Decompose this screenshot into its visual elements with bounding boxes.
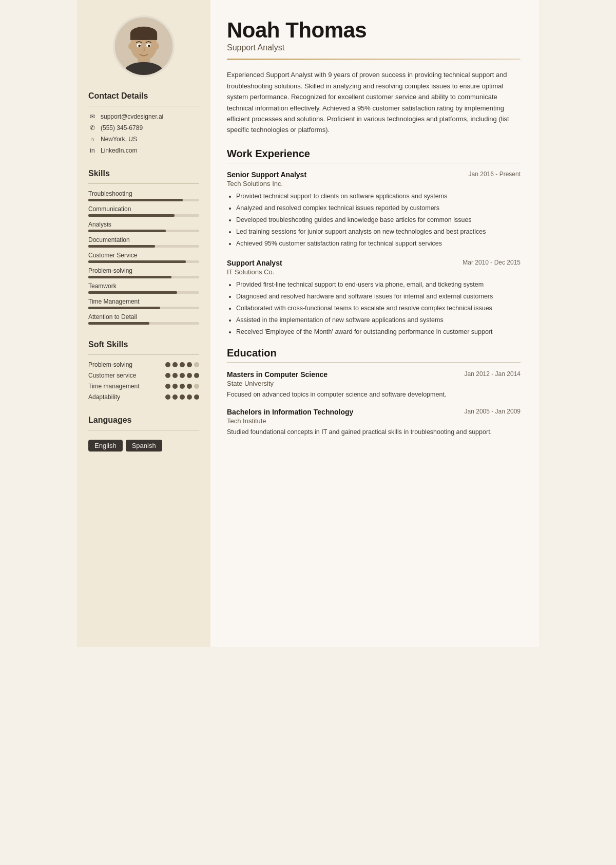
skill-name: Teamwork	[88, 283, 199, 290]
edu-school: Tech Institute	[227, 417, 521, 425]
svg-rect-5	[130, 33, 157, 40]
svg-point-10	[138, 45, 141, 47]
contact-title: Contact Details	[88, 91, 199, 101]
work-section-divider	[227, 163, 521, 164]
soft-skill-item: Adaptability	[88, 393, 199, 401]
resume-container: Contact Details ✉ support@cvdesigner.ai …	[77, 0, 539, 647]
soft-skill-name: Time management	[88, 383, 165, 390]
header-divider	[227, 59, 521, 60]
soft-skills-title: Soft Skills	[88, 340, 199, 349]
skill-bar-bg	[88, 260, 199, 263]
skill-bar-bg	[88, 199, 199, 201]
skill-bar-bg	[88, 245, 199, 248]
skill-item: Troubleshooting	[88, 190, 199, 201]
edu-section-heading: Education	[227, 347, 521, 359]
work-date: Mar 2010 - Dec 2015	[463, 259, 521, 266]
education-section: Education Masters in Computer Science Ja…	[227, 347, 521, 437]
soft-skills-divider	[88, 354, 199, 355]
svg-point-11	[148, 45, 150, 47]
soft-skill-item: Customer service	[88, 372, 199, 379]
contact-section: Contact Details ✉ support@cvdesigner.ai …	[88, 91, 199, 158]
languages-divider	[88, 430, 199, 430]
work-bullet: Provided first-line technical support to…	[236, 279, 521, 290]
edu-header: Bachelors in Information Technology Jan …	[227, 408, 521, 416]
candidate-title: Support Analyst	[227, 43, 521, 52]
skill-bar-fill	[88, 322, 149, 325]
work-company: Tech Solutions Inc.	[227, 180, 521, 187]
skill-bar-fill	[88, 214, 175, 217]
sidebar: Contact Details ✉ support@cvdesigner.ai …	[77, 0, 210, 647]
edu-section-divider	[227, 362, 521, 363]
skill-name: Troubleshooting	[88, 190, 199, 197]
work-bullet: Assisted in the implementation of new so…	[236, 315, 521, 325]
edu-degree: Bachelors in Information Technology	[227, 408, 353, 416]
work-date: Jan 2016 - Present	[469, 171, 521, 178]
skill-dot	[180, 384, 185, 389]
edu-list: Masters in Computer Science Jan 2012 - J…	[227, 370, 521, 437]
skill-dot	[180, 394, 185, 400]
skill-bar-fill	[88, 260, 186, 263]
skill-dot	[194, 384, 199, 389]
work-bullet: Collaborated with cross-functional teams…	[236, 303, 521, 313]
skill-dot	[172, 373, 178, 378]
skill-dot	[194, 373, 199, 378]
skill-dot	[194, 394, 199, 400]
email-icon: ✉	[88, 112, 97, 121]
skill-bar-fill	[88, 291, 177, 294]
skill-name: Customer Service	[88, 252, 199, 259]
soft-skill-dots	[165, 394, 199, 400]
language-tag: English	[88, 440, 123, 452]
work-experience-section: Work Experience Senior Support Analyst J…	[227, 148, 521, 337]
soft-skill-name: Adaptability	[88, 393, 165, 401]
languages-section: Languages EnglishSpanish	[88, 416, 199, 452]
skill-name: Attention to Detail	[88, 313, 199, 321]
work-bullets: Provided technical support to clients on…	[227, 191, 521, 249]
languages-title: Languages	[88, 416, 199, 425]
avatar-wrap	[88, 15, 199, 77]
skill-bar-bg	[88, 230, 199, 232]
languages-list: EnglishSpanish	[88, 437, 199, 452]
edu-entry: Bachelors in Information Technology Jan …	[227, 408, 521, 437]
skill-item: Problem-solving	[88, 267, 199, 278]
edu-degree: Masters in Computer Science	[227, 370, 328, 379]
work-bullet: Achieved 95% customer satisfaction ratin…	[236, 238, 521, 249]
skill-dot	[172, 384, 178, 389]
contact-email: ✉ support@cvdesigner.ai	[88, 112, 199, 121]
skill-item: Documentation	[88, 236, 199, 248]
skill-dot	[187, 384, 192, 389]
language-tag: Spanish	[126, 440, 162, 452]
skill-dot	[172, 394, 178, 400]
location-icon: ⌂	[88, 135, 97, 143]
work-bullet: Diagnosed and resolved hardware and soft…	[236, 291, 521, 302]
skill-item: Analysis	[88, 221, 199, 232]
soft-skill-item: Problem-solving	[88, 361, 199, 368]
skill-item: Communication	[88, 205, 199, 217]
work-bullet: Received 'Employee of the Month' award f…	[236, 327, 521, 337]
skill-dot	[194, 362, 199, 367]
work-job-title: Support Analyst	[227, 259, 282, 267]
contact-linkedin: in LinkedIn.com	[88, 146, 199, 155]
skill-dot	[187, 362, 192, 367]
skill-dot	[180, 373, 185, 378]
skill-bar-bg	[88, 214, 199, 217]
skill-dot	[187, 394, 192, 400]
skill-name: Documentation	[88, 236, 199, 243]
candidate-name: Noah Thomas	[227, 18, 521, 42]
summary-text: Experienced Support Analyst with 9 years…	[227, 69, 521, 136]
contact-phone: ✆ (555) 345-6789	[88, 124, 199, 132]
skill-bar-bg	[88, 276, 199, 278]
phone-icon: ✆	[88, 124, 97, 132]
skill-bar-fill	[88, 307, 160, 309]
work-bullet: Led training sessions for junior support…	[236, 227, 521, 237]
skill-bar-fill	[88, 199, 183, 201]
work-header: Senior Support Analyst Jan 2016 - Presen…	[227, 171, 521, 179]
skill-bar-bg	[88, 291, 199, 294]
skills-list: Troubleshooting Communication Analysis D…	[88, 190, 199, 325]
skill-item: Time Management	[88, 298, 199, 309]
edu-school: State University	[227, 380, 521, 387]
contact-location: ⌂ NewYork, US	[88, 135, 199, 143]
skill-name: Analysis	[88, 221, 199, 228]
edu-date: Jan 2012 - Jan 2014	[465, 370, 521, 378]
work-entry: Support Analyst Mar 2010 - Dec 2015 IT S…	[227, 259, 521, 337]
skills-title: Skills	[88, 169, 199, 178]
